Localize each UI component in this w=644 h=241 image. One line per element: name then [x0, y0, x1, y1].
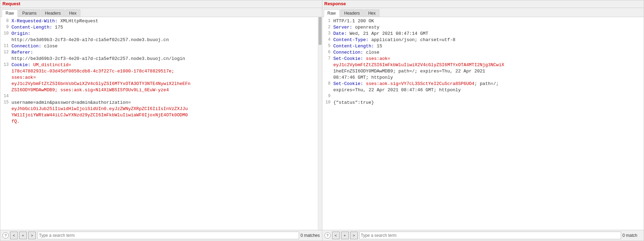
table-row: 9Content-Length: 175	[0, 25, 318, 31]
response-label: Response	[322, 0, 644, 8]
response-prev-button[interactable]: <	[332, 232, 340, 239]
request-match-count: 0 matches	[300, 233, 320, 238]
line-number: 14	[2, 94, 11, 99]
table-row: 7Set-Cookie: sses:aok=	[322, 56, 644, 62]
tab-request-hex[interactable]: Hex	[65, 9, 80, 17]
tab-request-raw[interactable]: Raw	[2, 9, 18, 17]
line-number: 9	[2, 25, 11, 30]
line-number: 12	[2, 50, 11, 55]
line-content: 178c47882931c-03d45df0858cdb8-4c3f227c-e…	[11, 69, 316, 74]
line-content: Origin:	[11, 31, 316, 36]
line-number: 13	[2, 62, 11, 67]
request-help-button[interactable]: ?	[2, 232, 9, 239]
tab-request-params[interactable]: Params	[18, 9, 40, 17]
table-row: 4Content-Type: application/json; charset…	[322, 37, 644, 44]
request-search-bar: ? < + > 0 matches	[0, 230, 322, 241]
line-content: 1heEFnZSI6ODY0MDAwMDB9; path=/; expires=…	[333, 69, 643, 74]
response-content: 1HTTP/1.1 200 OK2Server: openresty3Date:…	[322, 17, 644, 230]
line-content: Content-Type: application/json; charset=…	[333, 37, 643, 42]
line-content: http://be3d69b3-2cf3-4e20-a17d-c1a5ef02c…	[11, 37, 316, 42]
request-tabs: Raw Params Headers Hex	[0, 8, 322, 17]
table-row: 10{"status":true}	[322, 100, 644, 106]
line-content: Content-Length: 15	[333, 44, 643, 49]
tab-response-headers[interactable]: Headers	[340, 9, 364, 17]
request-search-input[interactable]	[37, 232, 299, 239]
table-row: 5Content-Length: 15	[322, 44, 644, 50]
line-number: 2	[324, 25, 333, 30]
line-number: 15	[2, 100, 11, 105]
table-row: 13Cookie: UM_distinctid=	[0, 62, 318, 69]
line-content: Connection: close	[333, 50, 643, 55]
table-row: eyJ1c2VybmFtZtZSI6bnVsbCwiX2V4cGlyZSI6MT…	[0, 81, 318, 87]
response-search-input[interactable]	[359, 232, 621, 239]
line-number: 6	[324, 50, 333, 55]
table-row: 10Origin:	[0, 31, 318, 37]
table-row: http://be3d69b3-2cf3-4e20-a17d-c1a5ef02c…	[0, 56, 318, 62]
line-content: http://be3d69b3-2cf3-4e20-a17d-c1a5ef02c…	[11, 56, 316, 61]
line-content: Content-Length: 175	[11, 25, 316, 30]
line-content: Date: Wed, 21 Apr 2021 08:47:14 GMT	[333, 31, 643, 36]
line-number: 5	[324, 44, 333, 48]
request-label: Request	[0, 0, 322, 8]
table-row: ZSI6ODY0MDAwMDB9; sses:aok.sig=Nl4XlWB5I…	[0, 87, 318, 94]
table-row: fQ.	[0, 119, 318, 125]
request-add-button[interactable]: +	[19, 232, 27, 239]
line-content: expires=Thu, 22 Apr 2021 08:47:46 GMT; h…	[333, 87, 643, 93]
request-next-button[interactable]: >	[28, 232, 36, 239]
line-content: fQ.	[11, 119, 316, 124]
table-row: 178c47882931c-03d45df0858cdb8-4c3f227c-e…	[0, 69, 318, 75]
line-number: 8	[324, 81, 333, 86]
response-panel: Response Raw Headers Hex 1HTTP/1.1 200 O…	[322, 0, 644, 241]
table-row: 8Set-Cookie: sses:aok.sig=VY7cL3SSctYeI2…	[322, 81, 644, 87]
line-number: 10	[2, 31, 11, 36]
line-content: username=admin&password=admin&authorizat…	[11, 100, 316, 105]
line-content: {"status":true}	[333, 100, 643, 105]
response-next-button[interactable]: >	[350, 232, 358, 239]
line-content: Set-Cookie: sses:aok.sig=VY7cL3SSctYeI2C…	[333, 81, 643, 86]
table-row: YW1lIjoiYWRtaW44iLCJwYXNzd29yZCI6ImFkbWl…	[0, 112, 318, 119]
line-content: 08:47:46 GMT; httponly	[333, 75, 643, 80]
request-prev-button[interactable]: <	[10, 232, 18, 239]
table-row: 11Connection: close	[0, 44, 318, 50]
response-add-button[interactable]: +	[341, 232, 349, 239]
request-content: 8X-Requested-With: XMLHttpRequest9Conten…	[0, 17, 318, 230]
line-number: 1	[324, 18, 333, 23]
line-content: Set-Cookie: sses:aok=	[333, 56, 643, 61]
line-number: 10	[324, 100, 333, 105]
line-content: X-Requested-With: XMLHttpRequest	[11, 18, 316, 24]
table-row: 1HTTP/1.1 200 OK	[322, 18, 644, 25]
table-row: 15username=admin&password=admin&authoriz…	[0, 100, 318, 106]
line-number: 9	[324, 94, 333, 99]
line-content: Cookie: UM_distinctid=	[11, 62, 316, 68]
table-row: sses:aok=	[0, 75, 318, 81]
line-number: 8	[2, 18, 11, 23]
table-row: 8X-Requested-With: XMLHttpRequest	[0, 18, 318, 25]
response-search-bar: ? < + > 0 match	[322, 230, 644, 241]
line-content: eyJ1c2VybmFtZtZSI6bnVsbCwiX2V4cGlyZSI6MT…	[11, 81, 316, 86]
response-tabs: Raw Headers Hex	[322, 8, 644, 17]
line-content: Connection: close	[11, 44, 316, 49]
line-number: 4	[324, 37, 333, 42]
line-content: eyJhbGciOiJub25lIiwidHlwIjoiSldUIn0.eyJz…	[11, 106, 316, 111]
line-content: YW1lIjoiYWRtaW44iLCJwYXNzd29yZCI6ImFkbWl…	[11, 112, 316, 118]
table-row: 3Date: Wed, 21 Apr 2021 08:47:14 GMT	[322, 31, 644, 37]
response-match-count: 0 match	[622, 233, 642, 238]
table-row: expires=Thu, 22 Apr 2021 08:47:46 GMT; h…	[322, 87, 644, 94]
request-panel: Request Raw Params Headers Hex 8X-Reques…	[0, 0, 322, 241]
table-row: 9	[322, 94, 644, 100]
table-row: 08:47:46 GMT; httponly	[322, 75, 644, 81]
tab-request-headers[interactable]: Headers	[41, 9, 64, 17]
line-content: sses:aok=	[11, 75, 316, 80]
line-number: 3	[324, 31, 333, 36]
request-scrollbar-thumb	[319, 17, 322, 45]
response-help-button[interactable]: ?	[324, 232, 331, 239]
line-content: eyJ1c2VybmFtZtZSI6ImFkbWluIiwiX2V4cGlyZS…	[333, 62, 643, 68]
line-content: ZSI6ODY0MDAwMDB9; sses:aok.sig=Nl4XlWB5I…	[11, 87, 316, 93]
table-row: 12Referer:	[0, 50, 318, 56]
line-number: 7	[324, 56, 333, 61]
request-scrollbar[interactable]	[318, 17, 322, 230]
table-row: 2Server: openresty	[322, 25, 644, 31]
table-row: 14	[0, 94, 318, 100]
tab-response-hex[interactable]: Hex	[364, 9, 379, 17]
tab-response-raw[interactable]: Raw	[324, 9, 340, 17]
